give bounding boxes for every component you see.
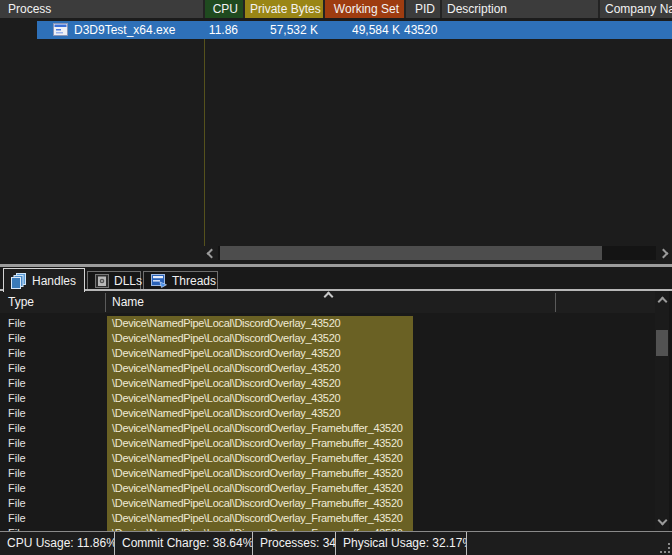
process-name: D3D9Test_x64.exe <box>74 21 175 39</box>
handle-type: File <box>8 346 26 361</box>
column-divider[interactable] <box>105 293 106 312</box>
handle-name: \Device\NamedPipe\Local\DiscordOverlay_F… <box>107 511 413 526</box>
handle-name: \Device\NamedPipe\Local\DiscordOverlay_F… <box>107 421 413 436</box>
handle-name: \Device\NamedPipe\Local\DiscordOverlay_4… <box>107 331 413 346</box>
resize-grip-icon[interactable] <box>660 543 670 553</box>
handle-row[interactable]: File\Device\NamedPipe\Local\DiscordOverl… <box>0 346 655 361</box>
handle-name: \Device\NamedPipe\Local\DiscordOverlay_4… <box>107 376 413 391</box>
horizontal-scrollbar-thumb[interactable] <box>220 246 602 260</box>
process-explorer-window: Process CPU Private Bytes Working Set PI… <box>0 0 672 555</box>
handle-name: \Device\NamedPipe\Local\DiscordOverlay_4… <box>107 346 413 361</box>
column-grid-line <box>204 39 205 246</box>
process-pid-value: 43520 <box>404 21 437 39</box>
column-header-cpu[interactable]: CPU <box>205 0 243 18</box>
column-header-type[interactable]: Type <box>8 291 98 313</box>
exe-window-icon <box>53 23 68 36</box>
handle-name: \Device\NamedPipe\Local\DiscordOverlay_F… <box>107 496 413 511</box>
tab-strip-baseline <box>0 289 672 291</box>
tab-threads-label: Threads <box>172 274 216 288</box>
handle-row[interactable]: File\Device\NamedPipe\Local\DiscordOverl… <box>0 406 655 421</box>
handle-type: File <box>8 481 26 496</box>
handle-type: File <box>8 361 26 376</box>
handle-row[interactable]: File\Device\NamedPipe\Local\DiscordOverl… <box>0 391 655 406</box>
handle-name: \Device\NamedPipe\Local\DiscordOverlay_4… <box>107 406 413 421</box>
column-header-working-set[interactable]: Working Set <box>325 0 404 18</box>
tab-handles-label: Handles <box>32 274 76 288</box>
threads-window-icon <box>151 274 167 288</box>
vertical-scrollbar[interactable] <box>655 291 669 531</box>
handle-row[interactable]: File\Device\NamedPipe\Local\DiscordOverl… <box>0 511 655 526</box>
chevron-up-icon <box>657 296 667 306</box>
tab-threads[interactable]: Threads <box>143 271 218 290</box>
scroll-up-button[interactable] <box>655 294 669 308</box>
handle-type: File <box>8 466 26 481</box>
handle-row[interactable]: File\Device\NamedPipe\Local\DiscordOverl… <box>0 481 655 496</box>
scroll-left-button[interactable] <box>204 246 218 260</box>
handle-row[interactable]: File\Device\NamedPipe\Local\DiscordOverl… <box>0 451 655 466</box>
status-commit-charge: Commit Charge: 38.64% <box>115 532 253 555</box>
process-cpu-value: 11.86 <box>204 21 238 39</box>
handle-name: \Device\NamedPipe\Local\DiscordOverlay_4… <box>107 391 413 406</box>
column-header-private-bytes[interactable]: Private Bytes <box>245 0 323 18</box>
handle-row[interactable]: File\Device\NamedPipe\Local\DiscordOverl… <box>0 496 655 511</box>
handle-type: File <box>8 421 26 436</box>
pane-splitter[interactable] <box>0 264 672 267</box>
tab-dlls-label: DLLs <box>114 274 142 288</box>
scroll-down-button[interactable] <box>655 513 669 527</box>
column-header-process[interactable]: Process <box>0 0 203 18</box>
handles-stack-icon <box>11 273 27 289</box>
column-header-pid[interactable]: PID <box>406 0 440 18</box>
column-header-name[interactable]: Name <box>112 291 312 313</box>
sort-ascending-caret-icon <box>325 293 332 300</box>
process-private-bytes-value: 57,532 K <box>245 21 318 39</box>
handle-name: \Device\NamedPipe\Local\DiscordOverlay_F… <box>107 436 413 451</box>
chevron-left-icon <box>206 248 216 258</box>
handle-type: File <box>8 436 26 451</box>
scroll-right-button[interactable] <box>656 246 670 260</box>
tab-handles[interactable]: Handles <box>3 268 85 292</box>
handle-name: \Device\NamedPipe\Local\DiscordOverlay_4… <box>107 361 413 376</box>
status-cpu-usage: CPU Usage: 11.86% <box>0 532 115 555</box>
handle-type: File <box>8 511 26 526</box>
process-working-set-value: 49,584 K <box>325 21 400 39</box>
tab-dlls[interactable]: DLLs <box>87 271 141 290</box>
status-processes: Processes: 348 <box>253 532 336 555</box>
handle-name: \Device\NamedPipe\Local\DiscordOverlay_F… <box>107 451 413 466</box>
handle-type: File <box>8 331 26 346</box>
process-row[interactable]: D3D9Test_x64.exe 11.86 57,532 K 49,584 K… <box>0 21 672 39</box>
handle-row[interactable]: File\Device\NamedPipe\Local\DiscordOverl… <box>0 421 655 436</box>
status-bar: CPU Usage: 11.86% Commit Charge: 38.64% … <box>0 531 672 555</box>
handle-name: \Device\NamedPipe\Local\DiscordOverlay_F… <box>107 466 413 481</box>
handle-row[interactable]: File\Device\NamedPipe\Local\DiscordOverl… <box>0 376 655 391</box>
handles-table-header: Type Name <box>0 291 672 313</box>
chevron-right-icon <box>658 248 668 258</box>
status-physical-usage: Physical Usage: 32.17% <box>336 532 467 555</box>
handle-row[interactable]: File\Device\NamedPipe\Local\DiscordOverl… <box>0 316 655 331</box>
handle-row[interactable]: File\Device\NamedPipe\Local\DiscordOverl… <box>0 466 655 481</box>
handle-row[interactable]: File\Device\NamedPipe\Local\DiscordOverl… <box>0 331 655 346</box>
handle-type: File <box>8 316 26 331</box>
handle-type: File <box>8 406 26 421</box>
handle-type: File <box>8 496 26 511</box>
column-header-description[interactable]: Description <box>442 0 598 18</box>
horizontal-scrollbar[interactable] <box>204 246 670 260</box>
process-list-empty-area <box>0 39 672 264</box>
handle-row[interactable]: File\Device\NamedPipe\Local\DiscordOverl… <box>0 361 655 376</box>
handle-type: File <box>8 376 26 391</box>
handle-type: File <box>8 451 26 466</box>
handle-row[interactable]: File\Device\NamedPipe\Local\DiscordOverl… <box>0 436 655 451</box>
handle-type: File <box>8 391 26 406</box>
handle-name: \Device\NamedPipe\Local\DiscordOverlay_F… <box>107 481 413 496</box>
dll-page-icon <box>95 274 109 288</box>
chevron-down-icon <box>657 515 667 525</box>
handle-name: \Device\NamedPipe\Local\DiscordOverlay_4… <box>107 316 413 331</box>
handles-rows: File\Device\NamedPipe\Local\DiscordOverl… <box>0 313 655 531</box>
column-header-company-name[interactable]: Company Name <box>600 0 672 18</box>
column-divider[interactable] <box>555 293 556 312</box>
vertical-scrollbar-thumb[interactable] <box>656 330 668 356</box>
